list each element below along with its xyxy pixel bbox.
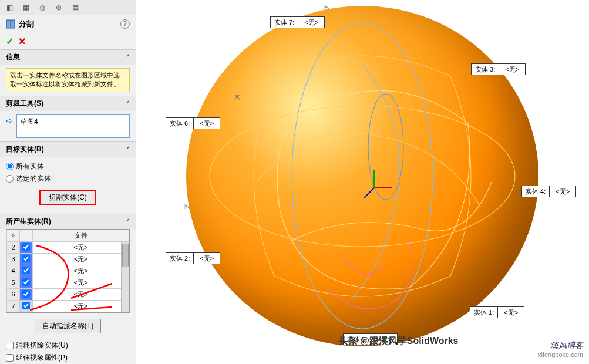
section-trim-header[interactable]: 剪裁工具(S) ˄	[0, 96, 136, 111]
callout-label: 实体 3:	[472, 64, 499, 75]
trim-tool-input[interactable]: 草图4	[16, 114, 130, 138]
row-number: 6	[7, 288, 20, 300]
row-number: 4	[7, 265, 20, 277]
result-table: ✧ 文件 2<无>3<无>4<无>5<无>6<无>7<无>	[6, 229, 130, 313]
cancel-button[interactable]: ✕	[18, 36, 26, 47]
table-row[interactable]: 3<无>	[7, 253, 129, 265]
row-checkbox[interactable]	[22, 290, 30, 298]
col-corner: ✧	[7, 230, 20, 241]
col-check	[20, 230, 33, 241]
model-sphere[interactable]	[186, 6, 538, 346]
chevron-up-icon: ˄	[127, 146, 130, 153]
row-checkbox-cell[interactable]	[20, 253, 33, 265]
callout-value[interactable]: <无>	[194, 253, 220, 264]
table-row[interactable]: 5<无>	[7, 277, 129, 288]
trim-tool-value: 草图4	[20, 117, 38, 126]
row-file-cell[interactable]: <无>	[33, 277, 129, 288]
body-callout[interactable]: 实体 3:<无>	[471, 63, 526, 75]
radio-selected-bodies[interactable]: 选定的实体	[6, 173, 130, 185]
section-info-header[interactable]: 信息 ˄	[0, 50, 136, 65]
tab-icon[interactable]: ◧	[5, 3, 14, 12]
scroll-thumb[interactable]	[122, 244, 129, 267]
consume-checkbox[interactable]	[6, 342, 14, 349]
row-checkbox-cell[interactable]	[20, 265, 33, 277]
confirm-bar: ✓ ✕	[0, 33, 136, 49]
row-checkbox[interactable]	[22, 278, 30, 286]
table-scrollbar[interactable]	[121, 242, 129, 312]
callout-value[interactable]: <无>	[550, 186, 575, 197]
row-checkbox-cell[interactable]	[20, 241, 33, 253]
credit-text: 头条 @跟溪风学SolidWorks	[339, 335, 459, 348]
consume-checkbox-row[interactable]: 消耗切除实体(U)	[0, 339, 136, 352]
section-result-label: 所产生实体(R)	[6, 217, 51, 227]
chevron-up-icon: ˄	[127, 218, 130, 225]
callout-value[interactable]: <无>	[498, 307, 524, 318]
callout-label: 实体 4:	[522, 186, 550, 197]
row-checkbox-cell[interactable]	[20, 300, 33, 312]
pin-icon: ⇱	[235, 94, 241, 102]
watermark-line1: 溪风博客	[538, 341, 583, 351]
row-number: 3	[7, 253, 20, 265]
watermark-line2: xifengboke.com	[538, 351, 583, 358]
svg-point-2	[292, 23, 433, 329]
table-row[interactable]: 2<无>	[7, 241, 129, 253]
radio-sel-label: 选定的实体	[16, 174, 51, 184]
help-icon[interactable]: ?	[120, 19, 130, 29]
callout-value[interactable]: <无>	[499, 64, 525, 75]
row-number: 7	[7, 300, 20, 312]
callout-value[interactable]: <无>	[298, 17, 324, 28]
row-checkbox[interactable]	[22, 243, 30, 251]
section-result-header[interactable]: 所产生实体(R) ˄	[0, 214, 136, 229]
row-checkbox-cell[interactable]	[20, 288, 33, 300]
graphics-viewport[interactable]: ⇱ ⇱ ⇱ 实体 7:<无>实体 3:<无>实体 6:<无>实体 4:<无>实体…	[136, 0, 589, 364]
svg-line-7	[364, 188, 374, 198]
callout-label: 实体 2:	[166, 253, 194, 264]
body-callout[interactable]: 实体 7:<无>	[270, 16, 325, 28]
cut-bodies-button[interactable]: 切割实体(C)	[39, 190, 96, 205]
sketch-curves	[186, 6, 538, 346]
row-file-cell[interactable]: <无>	[33, 253, 129, 265]
tab-icon[interactable]: ⊕	[54, 3, 63, 12]
callout-value[interactable]: <无>	[194, 118, 220, 129]
table-row[interactable]: 4<无>	[7, 265, 129, 277]
ok-button[interactable]: ✓	[6, 36, 14, 47]
row-file-cell[interactable]: <无>	[33, 300, 129, 312]
extend-checkbox-row[interactable]: 延伸视象属性(P)	[0, 352, 136, 364]
feature-header: 分割 ?	[0, 15, 136, 33]
row-checkbox[interactable]	[22, 267, 30, 274]
section-trim-label: 剪裁工具(S)	[6, 99, 43, 109]
row-file-cell[interactable]: <无>	[33, 265, 129, 277]
row-checkbox-cell[interactable]	[20, 277, 33, 288]
section-target-header[interactable]: 目标实体(B) ˄	[0, 142, 136, 157]
row-checkbox[interactable]	[22, 255, 30, 262]
body-callout[interactable]: 实体 1:<无>	[470, 306, 524, 318]
radio-sel-input[interactable]	[6, 175, 14, 183]
row-number: 2	[7, 241, 20, 253]
radio-all-bodies[interactable]: 所有实体	[6, 160, 130, 173]
callout-label: 实体 6:	[166, 118, 194, 129]
table-row[interactable]: 7<无>	[7, 300, 129, 312]
row-checkbox[interactable]	[22, 302, 30, 309]
body-callout[interactable]: 实体 2:<无>	[166, 252, 220, 264]
info-message: 双击一实体文件名称或在图形区域中选取一实体标注以将实体指派到新文件。	[6, 68, 130, 92]
row-file-cell[interactable]: <无>	[33, 288, 129, 300]
callout-label: 实体 1:	[470, 307, 498, 318]
tab-icon[interactable]: ▤	[70, 3, 80, 12]
row-file-cell[interactable]: <无>	[33, 241, 129, 253]
auto-assign-button[interactable]: 自动指派名称(T)	[35, 319, 101, 333]
tab-icon[interactable]: ◍	[38, 3, 47, 12]
section-target-label: 目标实体(B)	[6, 144, 44, 154]
selection-arrow-icon: ➪	[6, 116, 13, 125]
body-callout[interactable]: 实体 4:<无>	[521, 186, 576, 197]
extend-checkbox[interactable]	[6, 354, 14, 362]
table-row[interactable]: 6<无>	[7, 288, 129, 300]
consume-label: 消耗切除实体(U)	[16, 341, 68, 350]
svg-point-3	[210, 106, 515, 247]
tab-icon[interactable]: ▦	[21, 3, 31, 12]
radio-all-input[interactable]	[6, 163, 14, 170]
body-callout[interactable]: 实体 6:<无>	[166, 117, 220, 129]
property-panel: ◧ ▦ ◍ ⊕ ▤ 分割 ? ✓ ✕ 信息 ˄ 双击一实体文件名称或在图形区域中…	[0, 0, 136, 364]
watermark: 溪风博客 xifengboke.com	[538, 341, 583, 358]
callout-label: 实体 7:	[271, 17, 298, 28]
radio-all-label: 所有实体	[16, 161, 44, 171]
